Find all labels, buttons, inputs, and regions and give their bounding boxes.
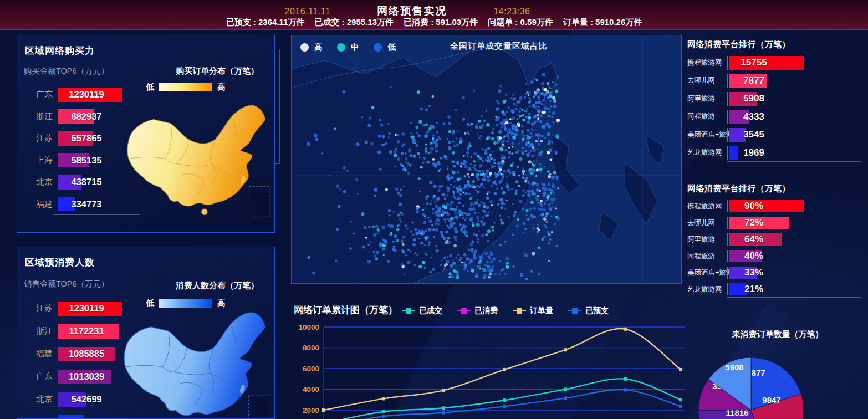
bar-value: 40% [729, 250, 779, 262]
pie-chart: 787798471181639395908 [687, 321, 868, 419]
bar-track: 3545 [727, 128, 865, 142]
series-marker-consumed [457, 310, 471, 311]
bar-label: 北京 [22, 394, 57, 405]
bar-label: 携程旅游网 [687, 202, 727, 211]
header-stats-row: 已预支 : 2364.11万件已成交 : 2955.13万件已消费 : 591.… [0, 17, 868, 28]
legend-item[interactable]: 订单量 [513, 306, 553, 316]
bar-value: 3545 [729, 128, 779, 142]
series-marker-deal [402, 310, 415, 311]
map-legend: 高 中 低 [300, 42, 405, 53]
bar-row: 同程旅游4333 [687, 108, 865, 126]
bar-track: 1969 [727, 146, 865, 160]
panel-regional-buying-power: 区域网络购买力 购买金额TOP6（万元） 购买订单分布（万笔） 低 高 广东12… [17, 35, 275, 233]
stat-item: 已成交 : 2955.13万件 [314, 17, 394, 27]
bar-chart-subtitle: 销售金额TOP6（万元） [24, 279, 109, 289]
bar-track: 40% [727, 250, 865, 262]
panel-platform-ranking-2: 网络消费平台排行（万笔） 携程旅游网90%去哪儿网72%阿里旅游64%同程旅游4… [687, 180, 868, 299]
map-subtitle: 购买订单分布（万笔） [159, 66, 275, 76]
bar-track: 90% [727, 200, 865, 212]
bar-label: 携程旅游网 [687, 58, 727, 68]
bar-value: 4333 [729, 110, 779, 124]
bar-label: 艺龙旅游网 [687, 148, 727, 157]
svg-text:6000: 6000 [303, 365, 319, 373]
bar-row: 去哪儿网7877 [687, 72, 865, 90]
bar-label: 阿里旅游 [687, 94, 727, 104]
bar-label: 广东 [22, 371, 57, 382]
bar-label: 同程旅游 [687, 252, 727, 261]
stat-item: 已预支 : 2364.11万件 [226, 17, 305, 27]
bar-row: 艺龙旅游网21% [687, 281, 865, 298]
panel-unconsumed-orders: 未消费订单数量（万笔） 787798471181639395908 [687, 321, 868, 419]
bar-label: 阿里旅游 [687, 235, 727, 244]
bar-label: 福建 [22, 199, 57, 209]
map-subtitle: 消费人数分布（万笔） [159, 280, 275, 291]
panel-title: 区域预消费人数 [25, 256, 95, 269]
platform-percent-bar-list: 携程旅游网90%去哪儿网72%阿里旅游64%同程旅游40%美团酒店+旅游33%艺… [687, 198, 865, 298]
map-title: 全国订单成交量区域占比 [450, 41, 548, 52]
bar-track: 72% [727, 217, 865, 229]
legend-label: 已预支 [585, 306, 609, 316]
legend-label: 已成交 [419, 306, 442, 316]
bar-value: 542699 [58, 392, 115, 407]
pie-slice-value: 9847 [762, 395, 780, 405]
bar-label: 上海 [22, 417, 57, 419]
bar-label: 浙江 [22, 326, 57, 336]
bar-label: 浙江 [22, 111, 57, 122]
header: 2016.11.11 网络预售实况 14:23:36 已预支 : 2364.11… [0, 0, 868, 30]
panel-platform-ranking-1: 网络消费平台排行（万笔） 携程旅游网15755去哪儿网7877阿里旅游5908同… [687, 35, 868, 173]
bar-value: 585135 [58, 153, 115, 167]
line-chart-title: 网络订单累计图（万笔） [294, 304, 397, 316]
bar-track: 15755 [727, 56, 865, 70]
bar-value: 1230119 [58, 302, 115, 316]
legend-label: 已消费 [474, 306, 498, 316]
svg-text:4000: 4000 [303, 385, 319, 394]
bar-track: 21% [727, 283, 865, 295]
legend-dot-high [300, 43, 309, 52]
bar-label: 去哪儿网 [687, 218, 727, 228]
rank-title: 网络消费平台排行（万笔） [687, 39, 790, 50]
bar-value: 33% [729, 267, 779, 279]
legend-label-low: 低 [387, 42, 396, 53]
bar-row: 同程旅游40% [687, 248, 865, 264]
legend-item[interactable]: 已成交 [402, 306, 442, 316]
scatter-map [292, 35, 681, 283]
panel-cumulative-orders: 网络订单累计图（万笔） 已成交 已消费 订单量 已预支 100008000600… [288, 299, 688, 419]
bar-track: 33% [727, 267, 865, 279]
rank-title: 网络消费平台排行（万笔） [687, 183, 790, 194]
dashboard: 2016.11.11 网络预售实况 14:23:36 已预支 : 2364.11… [0, 0, 868, 419]
china-map-blue [119, 298, 273, 419]
bar-label: 江苏 [22, 303, 57, 314]
bar-value: 682937 [58, 109, 115, 124]
legend-item[interactable]: 已预支 [568, 306, 609, 316]
bar-value: 7877 [729, 74, 779, 88]
bar-value: 1230119 [58, 88, 115, 102]
bar-value: 506520 [58, 415, 115, 419]
bar-value: 1172231 [58, 324, 115, 339]
bar-chart-subtitle: 购买金额TOP6（万元） [24, 66, 109, 76]
legend-item[interactable]: 已消费 [457, 306, 498, 316]
bar-value: 334773 [58, 197, 115, 211]
bar-track: 64% [727, 233, 865, 246]
bar-label: 去哪儿网 [687, 76, 727, 85]
bar-row: 阿里旅游64% [687, 231, 865, 248]
bar-row: 携程旅游网15755 [687, 54, 865, 72]
legend-label: 订单量 [530, 306, 553, 316]
bar-row: 艺龙旅游网1969 [687, 144, 865, 162]
bar-value: 64% [729, 233, 779, 246]
bar-value: 438715 [58, 175, 115, 190]
bar-label: 美团酒店+旅游 [687, 268, 727, 278]
south-sea-inset [249, 396, 269, 419]
legend-dot-mid [337, 43, 345, 52]
bar-track: 4333 [727, 110, 865, 124]
bar-label: 江苏 [22, 133, 57, 144]
south-sea-inset [249, 187, 269, 217]
pie-slice-value: 5908 [725, 362, 743, 372]
platform-bar-list: 携程旅游网15755去哪儿网7877阿里旅游5908同程旅游4333美团酒店+旅… [687, 54, 865, 162]
bar-value: 1013039 [58, 370, 115, 384]
bar-label: 广东 [22, 89, 57, 100]
bar-row: 携程旅游网90% [687, 198, 865, 214]
legend-dot-low [374, 43, 382, 52]
bar-label: 上海 [22, 155, 57, 166]
panel-title: 区域网络购买力 [25, 44, 95, 57]
svg-text:8000: 8000 [303, 344, 319, 352]
